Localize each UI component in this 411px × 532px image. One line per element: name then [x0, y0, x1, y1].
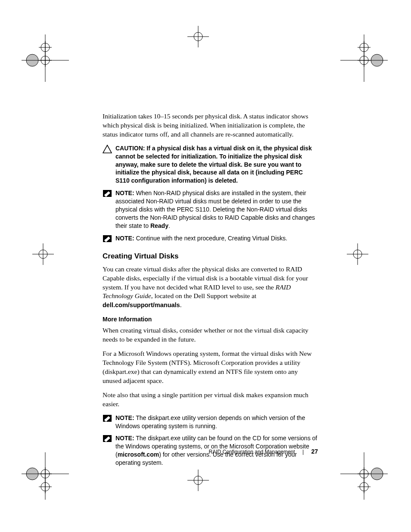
- more-info-p2: For a Microsoft Windows operating system…: [103, 349, 318, 386]
- note-3-body: The diskpart.exe utility version depends…: [115, 414, 305, 429]
- note-callout-3: NOTE: The diskpart.exe utility version d…: [103, 414, 318, 430]
- note-3-text: NOTE: The diskpart.exe utility version d…: [115, 414, 318, 430]
- section-paragraph: You can create virtual disks after the p…: [103, 265, 318, 310]
- note-1-text: NOTE: When Non-RAID physical disks are i…: [115, 189, 318, 230]
- crop-mark-top-right: [340, 34, 388, 82]
- section-para-c: .: [180, 301, 182, 308]
- crop-mark-bottom-right: [340, 452, 388, 500]
- note-2-text: NOTE: Continue with the next procedure, …: [115, 234, 318, 243]
- footer-title: RAID Configuration and Management: [209, 449, 295, 455]
- intro-paragraph: Initialization takes 10–15 seconds per p…: [103, 112, 318, 139]
- caution-body: If a physical disk has a virtual disk on…: [115, 145, 312, 184]
- note-callout-1: NOTE: When Non-RAID physical disks are i…: [103, 189, 318, 230]
- note-label: NOTE:: [115, 190, 134, 196]
- crop-mark-mid-bottom: [185, 467, 211, 493]
- note-icon: [103, 434, 115, 444]
- caution-icon: [103, 144, 115, 155]
- section-para-b: , located on the Dell Support website at: [151, 292, 257, 299]
- page-number: 27: [311, 448, 318, 455]
- more-info-heading: More Information: [103, 316, 318, 323]
- crop-mark-mid-top: [185, 24, 211, 50]
- crop-mark-bottom-left: [22, 452, 69, 500]
- note-icon: [103, 189, 115, 199]
- page-footer: RAID Configuration and Management | 27: [103, 448, 318, 455]
- section-heading: Creating Virtual Disks: [103, 252, 318, 261]
- note-label: NOTE:: [115, 435, 134, 442]
- more-info-p1: When creating virtual disks, consider wh…: [103, 326, 318, 344]
- note-1-b: .: [168, 222, 170, 229]
- crop-mark-top-left: [22, 34, 69, 82]
- caution-label: CAUTION:: [115, 145, 145, 152]
- crop-mark-mid-right: [345, 241, 371, 267]
- caution-callout: CAUTION: If a physical disk has a virtua…: [103, 144, 318, 185]
- note-icon: [103, 414, 115, 424]
- crop-mark-mid-left: [30, 241, 56, 267]
- note-1-a: When Non-RAID physical disks are install…: [115, 190, 315, 229]
- more-info-p3: Note also that using a single partition …: [103, 391, 318, 409]
- note-callout-2: NOTE: Continue with the next procedure, …: [103, 234, 318, 244]
- note-1-bold: Ready: [150, 222, 168, 229]
- note-icon: [103, 234, 115, 244]
- page-content: Initialization takes 10–15 seconds per p…: [103, 112, 318, 471]
- footer-separator: |: [302, 449, 304, 455]
- note-2-body: Continue with the next procedure, Creati…: [134, 235, 287, 242]
- section-para-url: dell.com/support/manuals: [103, 302, 180, 308]
- note-label: NOTE:: [115, 414, 134, 421]
- note-label: NOTE:: [115, 235, 134, 242]
- caution-text: CAUTION: If a physical disk has a virtua…: [115, 144, 318, 185]
